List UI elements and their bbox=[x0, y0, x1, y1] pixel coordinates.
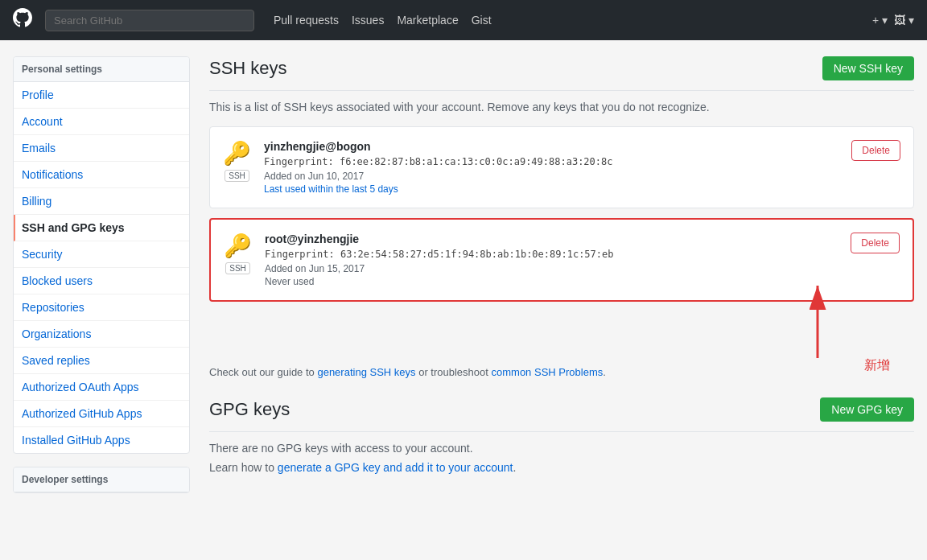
common-ssh-problems-link[interactable]: common SSH Problems bbox=[492, 366, 604, 378]
gpg-keys-section: GPG keys New GPG key There are no GPG ke… bbox=[209, 397, 914, 474]
gpg-learn-suffix: . bbox=[513, 461, 516, 474]
new-ssh-key-button[interactable]: New SSH key bbox=[822, 56, 914, 80]
gpg-learn-link[interactable]: generate a GPG key and add it to your ac… bbox=[278, 461, 513, 474]
ssh-description: This is a list of SSH keys associated wi… bbox=[209, 101, 914, 113]
key-actions-2: Delete bbox=[851, 233, 900, 253]
key-added-2: Added on Jun 15, 2017 bbox=[265, 263, 838, 274]
sidebar-item-account[interactable]: Account bbox=[14, 109, 189, 135]
key-info-2: root@yinzhengjie Fingerprint: 63:2e:54:5… bbox=[265, 233, 838, 287]
fingerprint-value-2: 63:2e:54:58:27:d5:1f:94:8b:ab:1b:0e:89:1… bbox=[340, 249, 614, 260]
sidebar: Personal settings Profile Account Emails… bbox=[13, 56, 190, 544]
gpg-description: There are no GPG keys with access to you… bbox=[209, 442, 914, 455]
sidebar-nav: Personal settings Profile Account Emails… bbox=[13, 56, 190, 454]
guide-mid: or troubleshoot bbox=[416, 366, 492, 378]
sidebar-item-emails[interactable]: Emails bbox=[14, 135, 189, 162]
sidebar-item-blocked-users[interactable]: Blocked users bbox=[14, 268, 189, 294]
gpg-section-heading: GPG keys New GPG key bbox=[209, 397, 914, 432]
sidebar-section-personal: Personal settings bbox=[14, 57, 189, 82]
ssh-badge-1: SSH bbox=[225, 170, 249, 182]
key-fingerprint-2: Fingerprint: 63:2e:54:58:27:d5:1f:94:8b:… bbox=[265, 249, 838, 260]
sidebar-item-github-apps[interactable]: Authorized GitHub Apps bbox=[14, 401, 189, 427]
gpg-learn-text: Learn how to generate a GPG key and add … bbox=[209, 461, 914, 474]
generating-ssh-keys-link[interactable]: generating SSH keys bbox=[317, 366, 415, 378]
annotation-text: 新增 bbox=[864, 357, 890, 374]
key-never-used-2: Never used bbox=[265, 276, 838, 287]
ssh-key-card-1: 🔑 SSH yinzhengjie@bogon Fingerprint: f6:… bbox=[209, 126, 914, 208]
key-icon-wrap-1: 🔑 SSH bbox=[223, 140, 251, 182]
main-content: SSH keys New SSH key This is a list of S… bbox=[209, 56, 914, 544]
ssh-section-title: SSH keys bbox=[209, 58, 287, 79]
sidebar-section-developer: Developer settings bbox=[14, 467, 189, 492]
nav-pull-requests[interactable]: Pull requests bbox=[274, 14, 339, 27]
delete-key-2-button[interactable]: Delete bbox=[851, 233, 900, 253]
new-dropdown[interactable]: + ▾ bbox=[872, 14, 888, 27]
key-actions-1: Delete bbox=[851, 140, 900, 161]
sidebar-item-organizations[interactable]: Organizations bbox=[14, 321, 189, 348]
search-input[interactable] bbox=[45, 10, 254, 31]
key-icon-1: 🔑 bbox=[223, 140, 251, 167]
key-added-1: Added on Jun 10, 2017 bbox=[264, 171, 838, 182]
sidebar-item-installed-apps[interactable]: Installed GitHub Apps bbox=[14, 427, 189, 453]
delete-key-1-button[interactable]: Delete bbox=[851, 140, 900, 161]
nav-marketplace[interactable]: Marketplace bbox=[397, 14, 458, 27]
sidebar-item-saved-replies[interactable]: Saved replies bbox=[14, 348, 189, 374]
nav-links: Pull requests Issues Marketplace Gist bbox=[274, 14, 492, 27]
new-gpg-key-button[interactable]: New GPG key bbox=[820, 397, 914, 422]
sidebar-item-ssh-gpg[interactable]: SSH and GPG keys bbox=[14, 215, 189, 241]
guide-prefix: Check out our guide to bbox=[209, 366, 317, 378]
nav-gist[interactable]: Gist bbox=[472, 14, 492, 27]
gpg-learn-prefix: Learn how to bbox=[209, 461, 278, 474]
key-icon-wrap-2: 🔑 SSH bbox=[224, 233, 252, 274]
sidebar-item-billing[interactable]: Billing bbox=[14, 188, 189, 215]
key-card-2-wrapper: 🔑 SSH root@yinzhengjie Fingerprint: 63:2… bbox=[209, 218, 914, 302]
fingerprint-label-2: Fingerprint: bbox=[265, 249, 335, 260]
ssh-key-card-2: 🔑 SSH root@yinzhengjie Fingerprint: 63:2… bbox=[209, 218, 914, 302]
nav-right: + ▾ 🖼 ▾ bbox=[872, 14, 914, 27]
key-icon-2: 🔑 bbox=[224, 233, 252, 259]
user-avatar-dropdown[interactable]: 🖼 ▾ bbox=[894, 14, 914, 27]
sidebar-item-notifications[interactable]: Notifications bbox=[14, 162, 189, 188]
gpg-section-title: GPG keys bbox=[209, 399, 290, 420]
sidebar-item-profile[interactable]: Profile bbox=[14, 82, 189, 109]
sidebar-developer-section: Developer settings bbox=[13, 467, 190, 493]
sidebar-item-repositories[interactable]: Repositories bbox=[14, 294, 189, 321]
fingerprint-value-1: f6:ee:82:87:b8:a1:ca:13:c0:0c:a9:49:88:a… bbox=[340, 156, 613, 167]
page-layout: Personal settings Profile Account Emails… bbox=[0, 40, 927, 560]
fingerprint-label-1: Fingerprint: bbox=[264, 156, 334, 167]
key-info-1: yinzhengjie@bogon Fingerprint: f6:ee:82:… bbox=[264, 140, 838, 195]
key-fingerprint-1: Fingerprint: f6:ee:82:87:b8:a1:ca:13:c0:… bbox=[264, 156, 838, 167]
ssh-section-heading: SSH keys New SSH key bbox=[209, 56, 914, 91]
sidebar-item-oauth-apps[interactable]: Authorized OAuth Apps bbox=[14, 374, 189, 401]
key-name-1: yinzhengjie@bogon bbox=[264, 140, 838, 153]
ssh-badge-2: SSH bbox=[225, 262, 250, 274]
key-name-2: root@yinzhengjie bbox=[265, 233, 838, 245]
top-navigation: Pull requests Issues Marketplace Gist + … bbox=[0, 0, 927, 40]
guide-text: Check out our guide to generating SSH ke… bbox=[209, 366, 914, 378]
github-logo[interactable] bbox=[13, 8, 32, 32]
sidebar-item-security[interactable]: Security bbox=[14, 241, 189, 268]
ssh-keys-section: SSH keys New SSH key This is a list of S… bbox=[209, 56, 914, 378]
key-used-1: Last used within the last 5 days bbox=[264, 183, 838, 195]
nav-issues[interactable]: Issues bbox=[352, 14, 384, 27]
guide-suffix: . bbox=[603, 366, 606, 378]
